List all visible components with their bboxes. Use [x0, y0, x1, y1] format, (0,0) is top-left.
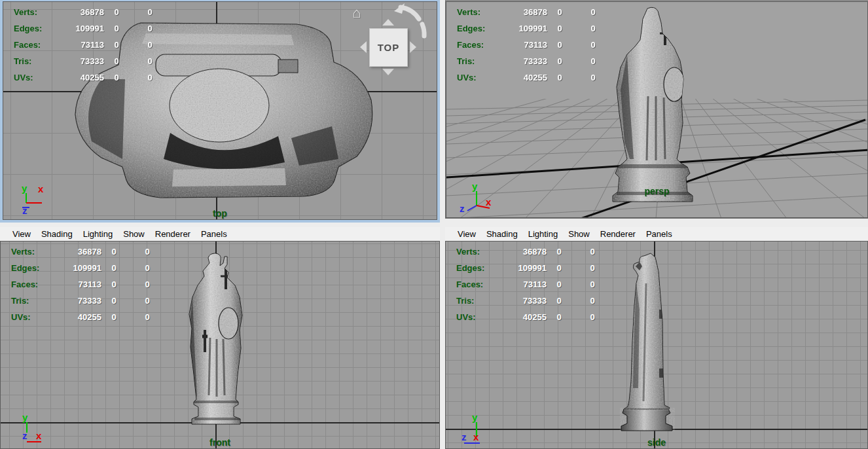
menu-item-shading[interactable]: Shading — [41, 229, 73, 239]
hud-stat-total: 36878 — [50, 247, 101, 257]
hud-stat-label: UVs: — [456, 312, 496, 322]
hud-stat-row: UVs:4025500 — [14, 69, 171, 86]
viewport-front[interactable]: ViewShadingLightingShowRendererPanels Ve… — [0, 227, 440, 449]
menu-item-renderer[interactable]: Renderer — [155, 229, 190, 239]
hud-stat-label: Verts: — [456, 247, 496, 257]
quad-viewport-stage: Verts:3687800Edges:10999100Faces:7311300… — [0, 0, 868, 449]
hud-stat-total: 73333 — [53, 56, 104, 66]
hud-stat-label: Edges: — [14, 24, 53, 33]
hud-stat-label: UVs: — [14, 73, 53, 82]
home-icon[interactable]: ⌂ — [352, 5, 361, 22]
hud-stat-col2: 0 — [547, 247, 571, 257]
hud-stat-col2: 0 — [547, 263, 571, 273]
menu-item-lighting[interactable]: Lighting — [528, 229, 558, 239]
hud-stat-col2: 0 — [547, 40, 572, 50]
viewport-persp[interactable]: Verts:3687800Edges:10999100Faces:7311300… — [445, 0, 868, 219]
svg-text:x: x — [486, 196, 492, 207]
view-cube: ⌂ TOP — [348, 5, 430, 84]
viewport-name-label: front — [1, 437, 439, 448]
hud-stat-row: UVs:4025500 — [457, 69, 614, 86]
hud-stat-label: Faces: — [456, 279, 496, 289]
hud-stat-label: Tris: — [457, 56, 496, 66]
hud-stat-total: 109991 — [496, 24, 547, 33]
hud-stat-col3: 0 — [126, 312, 168, 322]
viewport-front-canvas[interactable]: Verts:3687800Edges:10999100Faces:7311300… — [0, 241, 440, 449]
menu-item-show[interactable]: Show — [123, 229, 145, 239]
hud-stat-col3: 0 — [129, 40, 171, 50]
hud-stat-total: 73113 — [496, 279, 547, 289]
hud-stat-row: Faces:7311300 — [456, 276, 613, 293]
hud-stat-label: Faces: — [14, 40, 53, 50]
hud-stat-total: 73333 — [496, 296, 547, 306]
hud-stat-label: Verts: — [457, 7, 496, 17]
hud-stat-col2: 0 — [101, 263, 126, 273]
hud-stat-total: 40255 — [53, 73, 104, 82]
hud-stat-total: 73333 — [496, 56, 547, 66]
hud-stat-col2: 0 — [547, 73, 572, 82]
hud-stat-row: Edges:10999100 — [456, 260, 613, 276]
viewcube-arrow-left-icon[interactable] — [360, 41, 367, 53]
hud-stat-col2: 0 — [104, 73, 129, 82]
hud-stat-row: Verts:3687800 — [456, 243, 613, 260]
hud-stat-total: 40255 — [496, 312, 547, 322]
heads-up-display: Verts:3687800Edges:10999100Faces:7311300… — [14, 4, 171, 86]
hud-stat-col2: 0 — [547, 56, 572, 66]
menu-item-lighting[interactable]: Lighting — [83, 229, 113, 239]
svg-text:y: y — [22, 412, 28, 423]
menu-item-shading[interactable]: Shading — [486, 229, 518, 239]
viewport-side-canvas[interactable]: Verts:3687800Edges:10999100Faces:7311300… — [445, 241, 868, 449]
statue-model-persp-view[interactable] — [610, 5, 698, 202]
statue-model-front-view[interactable] — [187, 253, 247, 428]
menu-item-panels[interactable]: Panels — [201, 229, 227, 239]
hud-stat-total: 109991 — [496, 263, 547, 273]
hud-stat-total: 73113 — [53, 40, 104, 50]
hud-stat-total: 73333 — [50, 296, 101, 306]
hud-stat-label: Faces: — [11, 279, 50, 289]
viewcube-arrow-right-icon[interactable] — [410, 41, 416, 53]
viewport-top[interactable]: Verts:3687800Edges:10999100Faces:7311300… — [0, 0, 440, 223]
svg-text:y: y — [472, 412, 478, 423]
hud-stat-col2: 0 — [101, 312, 126, 322]
menu-item-panels[interactable]: Panels — [646, 229, 672, 239]
hud-stat-label: Edges: — [457, 24, 496, 33]
hud-stat-row: Faces:7311300 — [14, 37, 171, 53]
menu-item-view[interactable]: View — [458, 229, 476, 239]
hud-stat-total: 109991 — [53, 24, 104, 33]
menu-item-show[interactable]: Show — [568, 229, 590, 239]
hud-stat-col3: 0 — [571, 312, 613, 322]
svg-text:x: x — [38, 183, 44, 194]
hud-stat-col2: 0 — [547, 296, 571, 306]
viewcube-face-button[interactable]: TOP — [369, 28, 408, 67]
hud-stat-col2: 0 — [101, 247, 126, 257]
viewcube-arrow-down-icon[interactable] — [382, 69, 394, 75]
hud-stat-col3: 0 — [126, 279, 168, 289]
hud-stat-col3: 0 — [129, 24, 171, 33]
viewport-name-label: side — [446, 437, 867, 448]
hud-stat-col3: 0 — [571, 279, 613, 289]
hud-stat-col2: 0 — [104, 40, 129, 50]
hud-stat-row: Verts:3687800 — [14, 4, 171, 20]
menu-item-view[interactable]: View — [12, 229, 31, 239]
hud-stat-row: Faces:7311300 — [11, 276, 168, 293]
hud-stat-label: Verts: — [11, 247, 50, 257]
hud-stat-total: 109991 — [50, 263, 101, 273]
menu-item-renderer[interactable]: Renderer — [600, 229, 636, 239]
hud-stat-label: Tris: — [456, 296, 496, 306]
hud-stat-col2: 0 — [104, 24, 129, 33]
statue-model-side-view[interactable] — [620, 251, 675, 431]
viewport-top-canvas[interactable]: Verts:3687800Edges:10999100Faces:7311300… — [3, 1, 437, 220]
viewport-name-label: top — [3, 208, 437, 219]
hud-stat-label: Edges: — [11, 263, 50, 273]
hud-stat-col2: 0 — [104, 7, 129, 17]
hud-stat-col3: 0 — [126, 296, 168, 306]
viewport-side[interactable]: ViewShadingLightingShowRendererPanels Ve… — [445, 227, 868, 449]
hud-stat-total: 40255 — [50, 312, 101, 322]
hud-stat-total: 36878 — [53, 7, 104, 17]
hud-stat-row: Verts:3687800 — [457, 4, 614, 20]
hud-stat-label: Tris: — [11, 296, 50, 306]
viewport-persp-canvas[interactable]: Verts:3687800Edges:10999100Faces:7311300… — [446, 1, 868, 218]
hud-stat-col3: 0 — [126, 263, 168, 273]
hud-stat-col2: 0 — [547, 279, 571, 289]
hud-stat-row: Edges:10999100 — [14, 20, 171, 37]
hud-stat-row: Edges:10999100 — [457, 20, 614, 37]
